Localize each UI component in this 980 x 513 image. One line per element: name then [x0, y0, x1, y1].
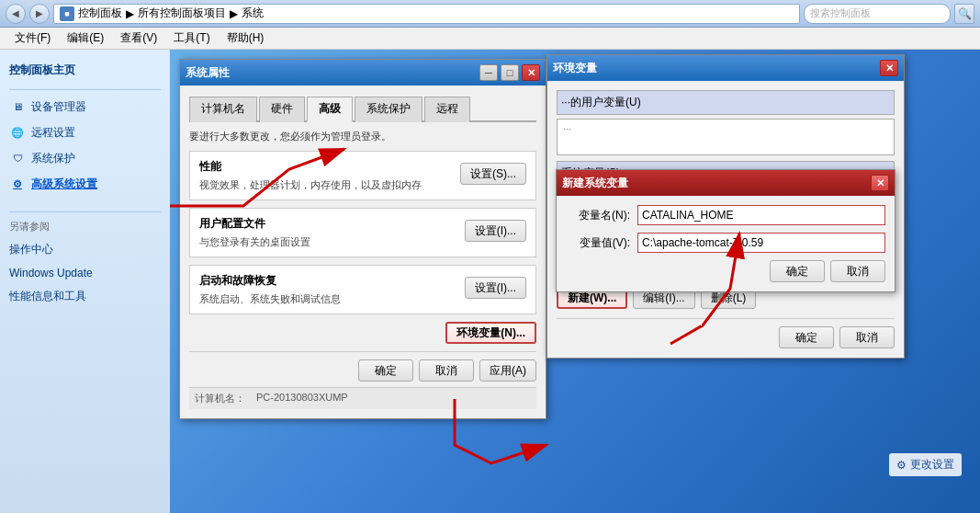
sidebar-divider-2 [9, 211, 161, 212]
address-icon: ■ [60, 6, 74, 21]
address-part-1: 控制面板 [78, 6, 122, 21]
back-button[interactable]: ◀ [6, 4, 26, 24]
performance-settings-btn[interactable]: 设置(S)... [460, 163, 526, 185]
user-vars-header: ···的用户变量(U) [557, 90, 895, 115]
sidebar-item-action-center[interactable]: 操作中心 [0, 237, 170, 262]
var-name-input[interactable] [637, 205, 885, 225]
sysprop-cancel-btn[interactable]: 取消 [419, 359, 474, 382]
top-navigation-bar: ◀ ▶ ■ 控制面板 ▶ 所有控制面板项目 ▶ 系统 搜索控制面板 🔍 [0, 0, 980, 28]
sidebar-item-device-manager[interactable]: 🖥 设备管理器 [0, 94, 170, 120]
newsysvar-action-btns: 确定 取消 [566, 260, 885, 282]
advanced-icon: ⚙ [9, 176, 26, 192]
sidebar-label-remote: 远程设置 [31, 125, 75, 141]
menu-tools[interactable]: 工具(T) [166, 28, 217, 48]
userprofile-desc: 与您登录有关的桌面设置 [199, 235, 310, 249]
sidebar-label-advanced: 高级系统设置 [31, 177, 97, 192]
sidebar-label-sysprotect: 系统保护 [31, 151, 75, 166]
search-bar[interactable]: 搜索控制面板 [804, 4, 951, 24]
sysprop-content: 计算机名 硬件 高级 系统保护 远程 要进行大多数更改，您必须作为管理员登录。 … [180, 86, 546, 418]
perf-info-label: 性能信息和工具 [9, 289, 86, 304]
newsysvar-title: 新建系统变量 [562, 176, 628, 191]
userprofile-settings-btn[interactable]: 设置(I)... [465, 220, 526, 242]
device-manager-icon: 🖥 [9, 98, 26, 115]
var-value-input[interactable] [637, 233, 885, 253]
tab-hardware[interactable]: 硬件 [259, 97, 305, 122]
sysprop-minimize-btn[interactable]: ─ [479, 64, 498, 81]
menu-bar: 文件(F) 编辑(E) 查看(V) 工具(T) 帮助(H) [0, 28, 980, 50]
sysprop-action-btns: 确定 取消 应用(A) [189, 351, 536, 382]
startup-settings-btn[interactable]: 设置(I)... [465, 277, 526, 299]
envvar-titlebar: 环境变量 ✕ [547, 55, 904, 81]
address-sep-1: ▶ [126, 7, 134, 20]
more-settings-area[interactable]: ⚙ 更改设置 [889, 453, 962, 476]
remote-icon: 🌐 [9, 124, 26, 141]
newsysvar-close-btn[interactable]: ✕ [871, 175, 889, 191]
newsysvar-dialog: 新建系统变量 ✕ 变量名(N): 变量值(V): 确定 取消 [556, 169, 896, 292]
address-part-2: 所有控制面板项目 [138, 6, 226, 21]
user-vars-area: ··· [557, 119, 895, 155]
envvar-cancel-btn[interactable]: 取消 [839, 326, 895, 348]
env-variables-btn[interactable]: 环境变量(N)... [445, 322, 536, 344]
var-value-row: 变量值(V): [566, 233, 885, 253]
main-content-area: 系统属性 ─ □ ✕ 计算机名 硬件 高级 系统保护 远程 要进行大多数更改，您… [170, 50, 980, 513]
startup-desc: 系统启动、系统失败和调试信息 [199, 292, 341, 306]
sysprop-footer: 计算机名： PC-20130803XUMP [189, 387, 536, 409]
envvar-action-btns: 确定 取消 [557, 318, 895, 348]
sidebar-item-remote[interactable]: 🌐 远程设置 [0, 120, 170, 145]
performance-section: 性能 视觉效果，处理器计划，内存使用，以及虚拟内存 设置(S)... [189, 151, 536, 200]
sysprop-apply-btn[interactable]: 应用(A) [479, 359, 536, 382]
sysprop-close-btn[interactable]: ✕ [522, 64, 540, 81]
admin-note: 要进行大多数更改，您必须作为管理员登录。 [189, 130, 536, 143]
menu-edit[interactable]: 编辑(E) [60, 28, 111, 48]
sidebar-label-device-manager: 设备管理器 [31, 99, 86, 115]
footer-label-1: 计算机名： [195, 392, 245, 405]
envvar-close-btn[interactable]: ✕ [880, 60, 898, 76]
env-btn-area: 环境变量(N)... [189, 322, 536, 344]
address-part-3: 系统 [242, 6, 264, 21]
envvar-ok-btn[interactable]: 确定 [779, 326, 834, 348]
sidebar-title: 控制面板主页 [0, 59, 170, 86]
menu-help[interactable]: 帮助(H) [220, 28, 272, 48]
sysprop-title: 系统属性 [186, 65, 230, 81]
performance-desc: 视觉效果，处理器计划，内存使用，以及虚拟内存 [199, 178, 422, 192]
sysprop-ok-btn[interactable]: 确定 [358, 359, 413, 382]
sidebar-item-perf-info[interactable]: 性能信息和工具 [0, 284, 170, 309]
userprofile-title: 用户配置文件 [199, 216, 310, 232]
sysprop-maximize-btn[interactable]: □ [501, 64, 519, 81]
sidebar-item-sysprotect[interactable]: 🛡 系统保护 [0, 145, 170, 171]
startup-section: 启动和故障恢复 系统启动、系统失败和调试信息 设置(I)... [189, 265, 536, 314]
also-see-title: 另请参阅 [0, 216, 170, 237]
sidebar-item-advanced[interactable]: ⚙ 高级系统设置 [0, 171, 170, 197]
also-see-section: 另请参阅 操作中心 Windows Update 性能信息和工具 [0, 211, 170, 309]
newsysvar-titlebar: 新建系统变量 ✕ [557, 170, 895, 196]
more-settings-label: 更改设置 [910, 457, 954, 473]
search-button[interactable]: 🔍 [954, 4, 974, 24]
sysprop-titlebar: 系统属性 ─ □ ✕ [180, 60, 546, 86]
sysprop-dialog: 系统属性 ─ □ ✕ 计算机名 硬件 高级 系统保护 远程 要进行大多数更改，您… [179, 59, 546, 419]
settings-icon: ⚙ [896, 459, 907, 472]
search-placeholder: 搜索控制面板 [810, 6, 871, 20]
tab-computer-name[interactable]: 计算机名 [189, 97, 257, 122]
var-value-label: 变量值(V): [566, 235, 630, 251]
startup-title: 启动和故障恢复 [199, 273, 341, 289]
footer-value-1: PC-20130803XUMP [256, 392, 348, 405]
envvar-title: 环境变量 [553, 61, 597, 76]
newsysvar-ok-btn[interactable]: 确定 [770, 260, 825, 282]
tab-advanced[interactable]: 高级 [307, 97, 353, 122]
var-name-row: 变量名(N): [566, 205, 885, 225]
performance-title: 性能 [199, 159, 422, 175]
sysprotect-icon: 🛡 [9, 150, 26, 166]
tab-remote[interactable]: 远程 [424, 97, 470, 122]
sysprop-tabs: 计算机名 硬件 高级 系统保护 远程 [189, 95, 536, 122]
userprofile-section: 用户配置文件 与您登录有关的桌面设置 设置(I)... [189, 208, 536, 257]
sidebar-divider-1 [9, 89, 161, 90]
sidebar-item-windows-update[interactable]: Windows Update [0, 262, 170, 284]
address-bar[interactable]: ■ 控制面板 ▶ 所有控制面板项目 ▶ 系统 [53, 4, 800, 24]
menu-view[interactable]: 查看(V) [113, 28, 164, 48]
forward-button[interactable]: ▶ [29, 4, 50, 24]
newsysvar-cancel-btn[interactable]: 取消 [830, 260, 885, 282]
menu-file[interactable]: 文件(F) [7, 28, 58, 48]
tab-sysprotect[interactable]: 系统保护 [355, 97, 422, 122]
left-sidebar: 控制面板主页 🖥 设备管理器 🌐 远程设置 🛡 系统保护 ⚙ 高级系统设置 另请… [0, 50, 170, 513]
address-sep-2: ▶ [230, 7, 238, 20]
